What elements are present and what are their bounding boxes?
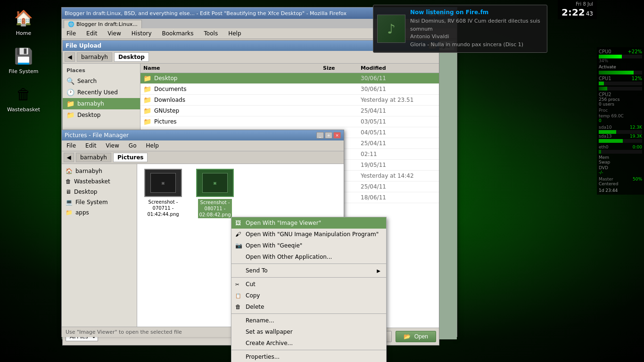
now-playing-album: Gloria - Nulla in mundo pax sincera (Dis… (410, 41, 543, 49)
menu-history[interactable]: History (129, 29, 155, 38)
ctx-open-gimp[interactable]: 🖌 Open With "GNU Image Manipulation Prog… (231, 229, 386, 240)
places-recently-used-label: Recently Used (77, 89, 118, 96)
ctx-open-other[interactable]: Open With Other Application... (231, 251, 386, 263)
fm-sidebar-apps[interactable]: 📁 apps (62, 207, 137, 218)
master-pct: 50% (633, 177, 642, 181)
ctx-separator-4 (231, 350, 386, 350)
fm-menu-edit[interactable]: Edit (83, 141, 99, 150)
sda13-value: 19.3K (630, 134, 642, 139)
file-modified-videos: 04/05/11 (361, 129, 436, 136)
fm-controls: _ + × (316, 132, 341, 139)
file-row-gnustep[interactable]: 📁 GNUstep 25/04/11 (140, 106, 439, 116)
fm-menu-go[interactable]: Go (126, 141, 140, 150)
cpu1-percent: 12% (632, 76, 642, 81)
breadcrumb-barnabyh[interactable]: barnabyh (77, 52, 112, 62)
fm-menu-file[interactable]: File (64, 141, 79, 150)
file-modified-documents: 30/06/11 (361, 86, 436, 92)
fm-breadcrumb-pictures[interactable]: Pictures (113, 153, 148, 162)
places-item-recently-used[interactable]: 🕐 Recently Used (63, 87, 140, 98)
desktop-icon-home[interactable]: 🏠 Home (5, 5, 42, 38)
places-header: Places (63, 66, 140, 75)
fm-menu-view[interactable]: View (103, 141, 122, 150)
places-item-barnabyh[interactable]: 📁 barnabyh (63, 98, 140, 109)
menu-help[interactable]: Help (225, 29, 244, 38)
file-row-documents[interactable]: 📁 Documents 30/06/11 (140, 84, 439, 95)
open-icon: 📂 (404, 333, 411, 340)
fm-menu-help[interactable]: Help (143, 141, 161, 150)
ctx-copy[interactable]: 📋 Copy (231, 290, 386, 301)
fm-sidebar-filesystem[interactable]: 💻 File System (62, 197, 137, 207)
file-modified-music: 25/04/11 (361, 140, 436, 147)
ctx-properties[interactable]: Properties... (231, 351, 386, 362)
fm-thumbnail-2[interactable]: ▣ Screenshot -080711 -02:08:42.png (194, 169, 236, 218)
dvd-label: DVD (599, 165, 642, 170)
file-row-downloads[interactable]: 📁 Downloads Yesterday at 23.51 (140, 95, 439, 106)
eth0-value: 0:00 (633, 145, 642, 149)
fm-filesystem-label: File System (75, 199, 108, 206)
ctx-create-archive[interactable]: Create Archive... (231, 337, 386, 349)
tab-active[interactable]: 🌐 Blogger In draft:Linux... (64, 20, 142, 28)
fm-sidebar-barnabyh[interactable]: 🏠 barnabyh (62, 166, 137, 176)
file-row-desktop[interactable]: 📁 Desktop 30/06/11 (140, 73, 439, 84)
desktop-icon-filesystem[interactable]: 💾 File System (5, 43, 42, 76)
search-icon: 🔍 (66, 77, 74, 85)
fm-thumbnail-1[interactable]: ▣ Screenshot -070711 -01:42:44.png (142, 169, 184, 218)
thumbnail-image-2: ▣ (196, 169, 234, 197)
fm-close-btn[interactable]: × (333, 132, 341, 139)
fm-sidebar: 🏠 barnabyh 🗑 Wastebasket 🖥 Desktop 💻 Fil… (62, 164, 137, 327)
file-upload-title: File Upload (66, 42, 101, 49)
ctx-delete[interactable]: 🗑 Delete (231, 301, 386, 313)
thumbnail-label-1: Screenshot -070711 -01:42:44.png (147, 199, 179, 217)
ctx-open-gimp-label: Open With "GNU Image Manipulation Progra… (246, 231, 379, 238)
menu-edit[interactable]: Edit (83, 29, 100, 38)
cpu0-graph (599, 71, 634, 74)
fm-back-btn[interactable]: ◀ (64, 153, 74, 162)
fm-menu-bar: File Edit View Go Help (62, 140, 344, 151)
ctx-rename-label: Rename... (246, 317, 274, 324)
ctx-open-geeqie[interactable]: 📷 Open With "Geeqie" (231, 240, 386, 251)
fm-breadcrumb-barnabyh[interactable]: barnabyh (76, 153, 111, 162)
barnabyh-icon: 📁 (66, 100, 74, 107)
breadcrumb-desktop[interactable]: Desktop (114, 52, 149, 62)
gimp-icon: 🖌 (235, 231, 241, 238)
fm-toolbar: ◀ barnabyh Pictures (62, 151, 344, 164)
clock-time: 2:22 (561, 7, 585, 18)
fm-sidebar-wastebasket[interactable]: 🗑 Wastebasket (62, 176, 137, 187)
file-name-desktop: Desktop (154, 75, 323, 82)
desktop-icon-wastebasket[interactable]: 🗑 Wastebasket (5, 81, 42, 115)
swap-label: Swap (599, 160, 642, 165)
file-modified-item11: 25/04/11 (361, 183, 436, 190)
ctx-rename[interactable]: Rename... (231, 315, 386, 326)
copy-icon: 📋 (235, 293, 241, 298)
sda10-bar (599, 130, 616, 134)
file-row-pictures[interactable]: 📁 Pictures 03/05/11 (140, 116, 439, 127)
desktop-icon-area: 🏠 Home 💾 File System 🗑 Wastebasket (5, 5, 42, 115)
cpu1-bar (599, 82, 604, 85)
fm-minimize-btn[interactable]: _ (316, 132, 324, 139)
menu-file[interactable]: File (64, 29, 79, 38)
menu-bookmarks[interactable]: Bookmarks (159, 29, 197, 38)
wastebasket-icon: 🗑 (12, 83, 35, 106)
menu-view[interactable]: View (105, 29, 124, 38)
ctx-cut[interactable]: ✂ Cut (231, 279, 386, 290)
upload-back-btn[interactable]: ◀ (65, 52, 75, 62)
open-button[interactable]: 📂 Open (396, 331, 436, 342)
clock-day: Fri (576, 1, 581, 7)
ctx-open-image-viewer[interactable]: 🖼 Open With "Image Viewer" (231, 217, 386, 229)
temp-value: 0 (599, 118, 642, 123)
places-item-search[interactable]: 🔍 Search (63, 75, 140, 87)
ctx-set-wallpaper[interactable]: Set as wallpaper (231, 326, 386, 337)
menu-tools[interactable]: Tools (201, 29, 221, 38)
file-name-documents: Documents (154, 86, 323, 92)
places-item-desktop[interactable]: 📁 Desktop (63, 109, 140, 121)
folder-icon: 📁 (143, 96, 151, 104)
file-name-pictures: Pictures (154, 118, 323, 125)
fm-trash-icon: 🗑 (66, 178, 71, 185)
fm-maximize-btn[interactable]: + (325, 132, 332, 139)
fm-apps-label: apps (75, 209, 89, 216)
send-to-arrow-icon: ▶ (377, 268, 380, 273)
fm-sidebar-desktop[interactable]: 🖥 Desktop (62, 187, 137, 197)
folder-icon: 📁 (143, 107, 151, 115)
places-desktop-label: Desktop (77, 112, 101, 118)
ctx-send-to[interactable]: Send To ▶ (231, 265, 386, 276)
